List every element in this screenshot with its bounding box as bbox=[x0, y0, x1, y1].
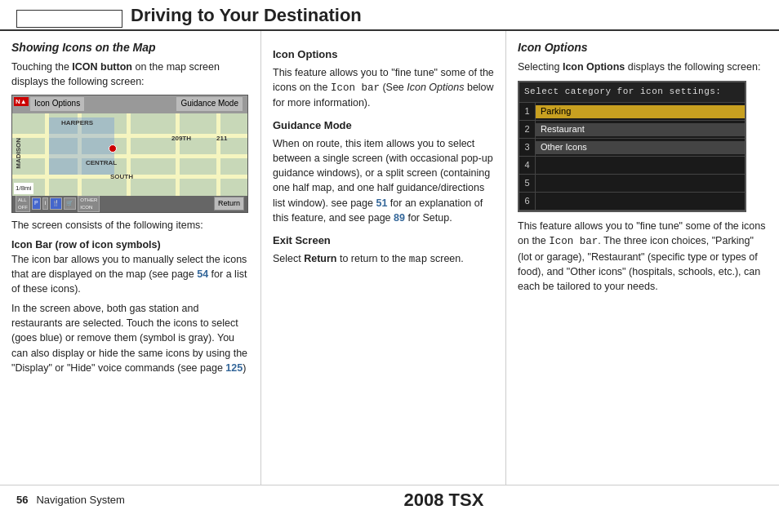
left-column: Showing Icons on the Map Touching the IC… bbox=[0, 31, 261, 485]
guidance-mode-title: Guidance Mode bbox=[273, 118, 494, 134]
guidance-page2: 89 bbox=[394, 212, 405, 224]
guidance-mode-text: When on route, this item allows you to s… bbox=[273, 136, 494, 225]
footer-page-number: 56 bbox=[16, 494, 28, 506]
icon-row-num-2: 2 bbox=[519, 121, 536, 138]
mid-icon-options-title: Icon Options bbox=[273, 47, 494, 63]
icon-all-off: ALLOFF bbox=[16, 195, 30, 212]
map-text-madison: MADISON bbox=[14, 138, 24, 169]
map-return-btn: Return bbox=[214, 197, 244, 211]
icon-bar-text3: In the screen above, both gas station an… bbox=[11, 303, 247, 374]
exit-screen-title: Exit Screen bbox=[273, 233, 494, 249]
right-icon-options-bold: Icon Options bbox=[563, 61, 625, 73]
icon-other: OTHERICON bbox=[78, 195, 100, 212]
icon-row-6: 6 bbox=[519, 193, 745, 211]
right-desc-monospace: Icon bar bbox=[549, 236, 598, 247]
icon-settings-screen: Select category for icon settings: 1 Par… bbox=[518, 81, 746, 212]
map-text-central: CENTRAL bbox=[86, 158, 117, 168]
left-intro: Touching the ICON button on the map scre… bbox=[11, 60, 249, 89]
guidance-page: 51 bbox=[376, 197, 387, 209]
exit-text1: Select bbox=[273, 253, 304, 264]
guidance-text3: for Setup. bbox=[405, 212, 452, 224]
mid-text2: (See bbox=[380, 82, 407, 93]
map-text-211: 211 bbox=[216, 134, 227, 144]
map-btn-guidance: Guidance Mode bbox=[176, 97, 243, 111]
icon-shop: 🛒 bbox=[64, 197, 76, 209]
map-screenshot: N▲ Icon Options Guidance Mode HARPERS MA… bbox=[11, 95, 248, 213]
footer-nav-label: Navigation System bbox=[36, 494, 124, 506]
exit-text2: to return to the bbox=[337, 253, 409, 264]
exit-return: Return bbox=[304, 253, 336, 264]
main-content: Showing Icons on the Map Touching the IC… bbox=[0, 31, 779, 485]
icon-settings-header: Select category for icon settings: bbox=[519, 82, 745, 103]
header-box bbox=[16, 10, 122, 28]
icon-parking: P bbox=[32, 197, 41, 209]
page-footer: 56 Navigation System 2008 TSX bbox=[0, 485, 779, 514]
mid-column: Icon Options This feature allows you to … bbox=[261, 31, 506, 485]
map-bottom-bar: ALLOFF P i 🍴 🛒 OTHERICON Return bbox=[12, 196, 247, 212]
icon-row-restaurant: 2 Restaurant bbox=[519, 121, 745, 139]
exit-map: map bbox=[409, 254, 428, 265]
icon-bar-page2: 125 bbox=[225, 362, 243, 374]
right-intro-text1: Selecting bbox=[518, 61, 563, 73]
icon-bar-section: Icon Bar (row of icon symbols) The icon … bbox=[11, 237, 249, 297]
icon-bar-title: Icon Bar (row of icon symbols) bbox=[11, 239, 161, 250]
icon-row-num-6: 6 bbox=[519, 193, 536, 210]
icon-row-other-icons: 3 Other Icons bbox=[519, 139, 745, 157]
map-btn-icon-options: Icon Options bbox=[30, 97, 84, 111]
icon-row-num-3: 3 bbox=[519, 139, 536, 156]
map-top-bar: N▲ Icon Options Guidance Mode bbox=[12, 95, 247, 113]
right-desc: This feature allows you to "fine tune" s… bbox=[518, 219, 768, 294]
icon-bar-text4: ) bbox=[243, 362, 246, 374]
right-intro-text2: displays the following screen: bbox=[625, 61, 760, 73]
page-title: Driving to Your Destination bbox=[131, 5, 362, 29]
map-text-harpers: HARPERS bbox=[61, 118, 93, 128]
icon-bar-page1: 54 bbox=[197, 268, 208, 280]
icon-row-parking: 1 Parking bbox=[519, 103, 745, 121]
icon-row-num-4: 4 bbox=[519, 157, 536, 174]
map-text-south: SOUTH bbox=[110, 172, 133, 182]
right-column: Icon Options Selecting Icon Options disp… bbox=[506, 31, 779, 485]
exit-text3: screen. bbox=[427, 253, 463, 264]
icon-bar-section2: In the screen above, both gas station an… bbox=[11, 301, 249, 375]
icon-row-label-parking: Parking bbox=[536, 105, 745, 118]
screen-items-intro: The screen consists of the following ite… bbox=[11, 218, 249, 233]
left-intro-text: Touching the bbox=[11, 61, 72, 73]
map-distance: 1/8mi bbox=[14, 183, 33, 194]
icon-info: i bbox=[42, 197, 49, 209]
icon-row-4: 4 bbox=[519, 157, 745, 175]
map-marker bbox=[109, 144, 117, 153]
icon-row-5: 5 bbox=[519, 175, 745, 193]
mid-icon-options-text: This feature allows you to "fine tune" s… bbox=[273, 65, 494, 110]
icon-row-label-other-icons: Other Icons bbox=[536, 141, 745, 154]
map-body: HARPERS MADISON CENTRAL 209TH SOUTH 211 … bbox=[12, 113, 247, 196]
mid-italic: Icon Options bbox=[407, 82, 464, 93]
right-intro: Selecting Icon Options displays the foll… bbox=[518, 60, 768, 74]
footer-model: 2008 TSX bbox=[125, 490, 763, 511]
icon-row-num-1: 1 bbox=[519, 103, 536, 120]
icon-row-num-5: 5 bbox=[519, 175, 536, 192]
icon-row-label-restaurant: Restaurant bbox=[536, 123, 745, 136]
page-header: Driving to Your Destination bbox=[0, 0, 779, 31]
na-badge: N▲ bbox=[14, 97, 29, 107]
map-text-209th: 209TH bbox=[171, 134, 191, 144]
mid-icon-bar: Icon bar bbox=[331, 82, 380, 94]
icon-restaurant: 🍴 bbox=[50, 197, 62, 209]
exit-screen-text: Select Return to return to the map scree… bbox=[273, 251, 494, 267]
right-icon-options-title: Icon Options bbox=[518, 39, 768, 55]
icon-button-label: ICON button bbox=[72, 61, 132, 73]
left-section-title: Showing Icons on the Map bbox=[11, 39, 249, 55]
